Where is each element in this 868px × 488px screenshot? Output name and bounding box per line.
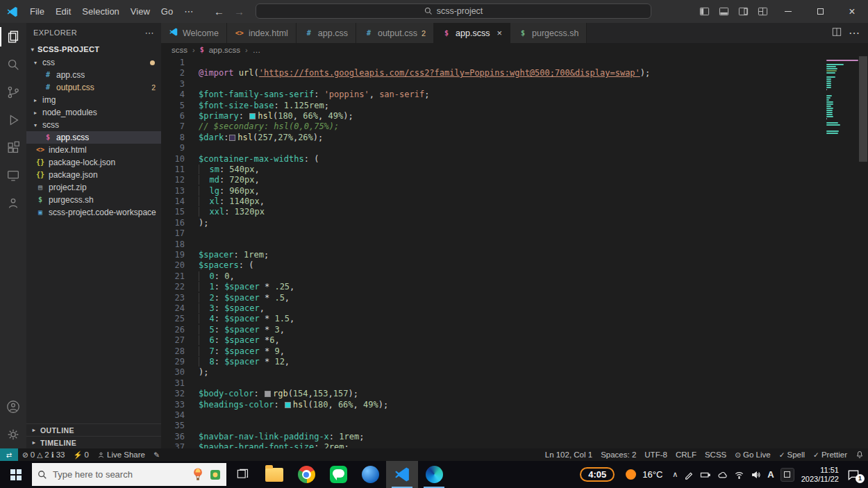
toggle-secondary-sidebar-icon[interactable] xyxy=(733,0,753,23)
menu-selection[interactable]: Selection xyxy=(76,0,124,23)
file-package-json[interactable]: {}package.json xyxy=(26,169,161,181)
wifi-icon[interactable] xyxy=(734,470,744,480)
color-swatch[interactable] xyxy=(229,135,235,141)
code-line[interactable]: lg: 960px, xyxy=(199,186,868,196)
forward-arrow-icon[interactable]: → xyxy=(234,6,244,17)
breadcrumb-item[interactable]: scss xyxy=(172,46,187,54)
code-line[interactable]: ); xyxy=(199,367,868,378)
code-line[interactable]: $font-size-base: 1.125rem; xyxy=(199,101,868,111)
code-line[interactable]: 4: $spacer * 1.5, xyxy=(199,314,868,324)
status-crlf[interactable]: CRLF xyxy=(671,451,701,459)
maximize-button[interactable] xyxy=(804,0,836,23)
edit-mode-indicator[interactable]: ✎ xyxy=(149,451,164,459)
code-line[interactable]: 3: $spacer, xyxy=(199,303,868,314)
code-line[interactable]: 1: $spacer * .25, xyxy=(199,282,868,292)
toggle-sidebar-icon[interactable] xyxy=(694,0,714,23)
file-project-zip[interactable]: ▤project.zip xyxy=(26,181,161,194)
breadcrumb-item[interactable]: app.scss xyxy=(209,46,240,54)
code-line[interactable] xyxy=(199,58,868,68)
folder-scss[interactable]: ▾scss xyxy=(26,119,161,131)
volume-icon[interactable] xyxy=(751,470,761,480)
pen-icon[interactable] xyxy=(684,470,694,480)
code-line[interactable] xyxy=(199,143,868,153)
command-center-search[interactable]: scss-project xyxy=(256,3,651,19)
tab-app-scss[interactable]: $app.scss× xyxy=(434,23,510,43)
code-line[interactable]: $headings-color: hsl(180, 66%, 49%); xyxy=(199,400,868,410)
status-spaces-2[interactable]: Spaces: 2 xyxy=(596,451,640,459)
weather-widget[interactable]: 16°C xyxy=(626,469,662,480)
tab-output-css[interactable]: #output.css2 xyxy=(356,23,434,43)
file-output-css[interactable]: #output.css2 xyxy=(26,81,161,94)
vertical-scrollbar[interactable] xyxy=(858,56,868,448)
status-prettier[interactable]: ✓Prettier xyxy=(809,451,851,459)
code-line[interactable]: 6: $spacer *6, xyxy=(199,335,868,346)
live-share-button[interactable]: Live Share xyxy=(93,451,149,459)
code-line[interactable]: 8: $spacer * 12, xyxy=(199,357,868,367)
tray-app-icon[interactable] xyxy=(781,468,794,482)
code-line[interactable]: $container-max-widths: ( xyxy=(199,154,868,165)
battery-icon[interactable] xyxy=(700,470,711,480)
code-line[interactable]: $primary: hsl(180, 66%, 49%); xyxy=(199,111,868,121)
code-line[interactable]: $font-family-sans-serif: 'poppins', san-… xyxy=(199,90,868,100)
ports-indicator[interactable]: ⚡ 0 xyxy=(69,451,94,460)
code-line[interactable]: $spacers: ( xyxy=(199,260,868,271)
color-swatch[interactable] xyxy=(249,113,256,119)
task-view-button[interactable] xyxy=(226,461,258,488)
menu-view[interactable]: View xyxy=(125,0,156,23)
status-utf-8[interactable]: UTF-8 xyxy=(640,451,671,459)
code-line[interactable]: $navbar-nav-link-padding-x: 1rem; xyxy=(199,432,868,442)
split-editor-icon[interactable] xyxy=(832,27,842,40)
timeline-section[interactable]: ▸ TIMELINE xyxy=(26,436,161,448)
account-icon[interactable] xyxy=(0,393,26,421)
notifications-bell[interactable] xyxy=(851,451,868,459)
code-line[interactable] xyxy=(199,239,868,250)
folder-css[interactable]: ▾css xyxy=(26,56,161,69)
breadcrumb[interactable]: scss›$app.scss›… xyxy=(161,43,868,56)
menu-go[interactable]: Go xyxy=(156,0,178,23)
outline-section[interactable]: ▸ OUTLINE xyxy=(26,423,161,436)
cloud-icon[interactable] xyxy=(717,470,728,480)
menu-more[interactable]: ⋯ xyxy=(178,0,199,23)
tab-purgecss-sh[interactable]: $purgecss.sh xyxy=(510,23,587,43)
file-app-css[interactable]: #app.css xyxy=(26,69,161,81)
minimap[interactable] xyxy=(825,58,858,448)
code-line[interactable] xyxy=(199,421,868,431)
blue-app-button[interactable] xyxy=(354,461,386,488)
code-line[interactable]: sm: 540px, xyxy=(199,165,868,175)
file-purgecss-sh[interactable]: $purgecss.sh xyxy=(26,194,161,206)
code-line[interactable]: xxl: 1320px xyxy=(199,207,868,217)
folder-img[interactable]: ▸img xyxy=(26,94,161,106)
remote-indicator[interactable]: ⇄ xyxy=(0,448,18,461)
code-line[interactable]: @import url('https://fonts.googleapis.co… xyxy=(199,68,868,78)
chrome-button[interactable] xyxy=(290,461,322,488)
status-ln-102-col-1[interactable]: Ln 102, Col 1 xyxy=(541,451,596,459)
scrollbar-thumb[interactable] xyxy=(859,56,867,162)
code-line[interactable] xyxy=(199,228,868,239)
code-line[interactable]: $body-color: rgb(154,153,157); xyxy=(199,389,868,399)
search-icon[interactable] xyxy=(0,51,26,78)
live-share-icon[interactable] xyxy=(0,190,26,217)
file-package-lock-json[interactable]: {}package-lock.json xyxy=(26,156,161,169)
customize-layout-icon[interactable] xyxy=(753,0,772,23)
color-swatch[interactable] xyxy=(265,391,271,397)
line-app-button[interactable] xyxy=(322,461,354,488)
code-line[interactable] xyxy=(199,378,868,389)
settings-gear-icon[interactable] xyxy=(0,421,26,448)
code-line[interactable]: $spacer: 1rem; xyxy=(199,250,868,260)
folder-node-modules[interactable]: ▸node_modules xyxy=(26,106,161,119)
taskbar-search[interactable]: Type here to search xyxy=(32,463,226,486)
code-line[interactable]: $navbar-brand-font-size: 2rem; xyxy=(199,442,868,448)
status-spell[interactable]: ✓Spell xyxy=(775,451,809,459)
color-swatch[interactable] xyxy=(285,402,291,408)
file-index-html[interactable]: <>index.html xyxy=(26,144,161,156)
code-line[interactable]: 7: $spacer * 9, xyxy=(199,346,868,357)
timer-widget[interactable]: 4:05 xyxy=(580,467,615,482)
project-root-row[interactable]: ▾ SCSS-PROJECT xyxy=(26,42,161,56)
menu-file[interactable]: File xyxy=(24,0,50,23)
back-arrow-icon[interactable]: ← xyxy=(214,6,224,17)
code-line[interactable] xyxy=(199,410,868,421)
code-editor[interactable]: 1234567891011121314151617181920212223242… xyxy=(161,56,868,448)
status-go-live[interactable]: ⊙Go Live xyxy=(731,451,774,459)
vscode-button[interactable] xyxy=(386,461,418,488)
file-scss-project-code-workspace[interactable]: ▣scss-project.code-workspace xyxy=(26,206,161,219)
